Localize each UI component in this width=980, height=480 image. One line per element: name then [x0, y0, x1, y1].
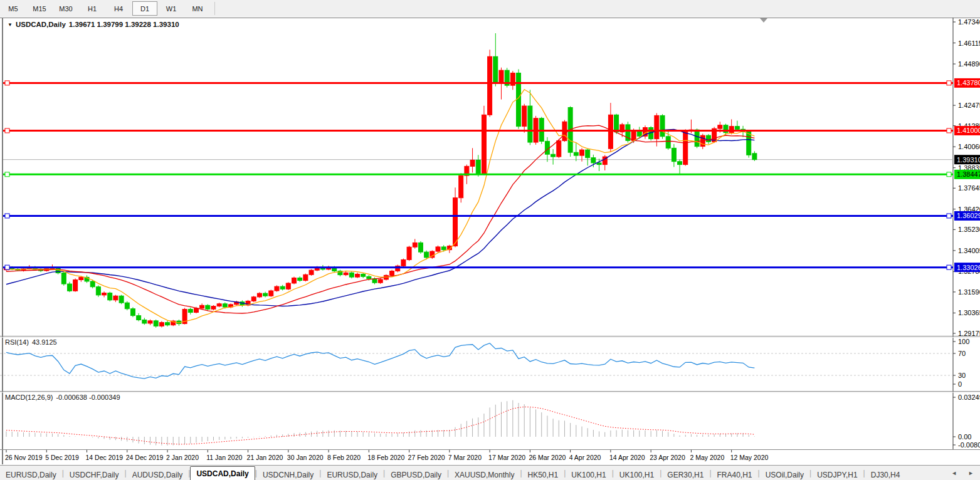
macd-values: -0.000638 -0.000349: [56, 394, 120, 401]
candle: [591, 158, 596, 163]
tab-hk50-h1[interactable]: HK50,H1: [522, 469, 564, 480]
tab-gbpusd-daily[interactable]: GBPUSD,Daily: [385, 469, 447, 480]
date-label: 21 Jan 2020: [247, 454, 283, 461]
candle: [637, 131, 641, 136]
tab-usdchf-daily[interactable]: USDCHF,Daily: [64, 469, 125, 480]
candle: [130, 309, 135, 316]
timeframe-button-h1[interactable]: H1: [80, 1, 105, 16]
candle: [470, 160, 475, 167]
candle: [482, 115, 486, 174]
hline-handle-icon[interactable]: [5, 265, 9, 269]
timeframe-button-m15[interactable]: M15: [27, 1, 52, 16]
macd-axis-label: -0.00808: [958, 441, 980, 449]
symbol-dropdown-icon[interactable]: ▼: [8, 22, 13, 28]
rsi-line: [6, 343, 754, 378]
date-label: 4 Apr 2020: [569, 454, 601, 461]
hline-axis-handle-icon[interactable]: [947, 172, 951, 177]
hline-axis-handle-icon[interactable]: [947, 81, 951, 85]
tab-audusd-daily[interactable]: AUDUSD,Daily: [127, 469, 189, 480]
hline-handle-icon[interactable]: [5, 172, 9, 177]
candle: [401, 259, 406, 266]
candle: [263, 293, 268, 296]
candle: [217, 304, 221, 306]
timeframe-button-d1[interactable]: D1: [132, 1, 157, 16]
candle: [378, 279, 382, 283]
candle: [372, 279, 377, 283]
date-label: 14 Dec 2019: [86, 454, 124, 461]
candle: [678, 162, 682, 165]
date-label: 26 Nov 2019: [5, 454, 43, 461]
price-axis-label: 1.37645: [958, 184, 980, 192]
candle: [418, 243, 423, 252]
timeframe-button-h4[interactable]: H4: [106, 1, 131, 16]
tab-eurusd-daily[interactable]: EURUSD,Daily: [0, 469, 62, 480]
tab-fra40-h1[interactable]: FRA40,H1: [712, 469, 758, 480]
hline-handle-icon[interactable]: [5, 128, 9, 133]
candle: [747, 132, 751, 155]
rsi-axis-label: 30: [958, 372, 966, 379]
candle: [298, 278, 302, 280]
candle: [522, 106, 527, 127]
candle: [90, 281, 95, 287]
candle: [303, 274, 308, 280]
price-axis-label: 1.31590: [958, 288, 980, 296]
candle: [614, 115, 619, 132]
timeframe-button-mn[interactable]: MN: [185, 1, 210, 16]
candle: [580, 150, 584, 155]
price-axis-label: 1.40060: [958, 143, 980, 150]
date-label: 17 Mar 2020: [488, 454, 525, 461]
candle: [56, 268, 60, 273]
candle: [67, 284, 71, 291]
candle: [119, 296, 124, 303]
candle: [125, 303, 129, 309]
candle: [660, 115, 665, 136]
hline-handle-icon[interactable]: [5, 214, 9, 218]
tab-ger30-h1[interactable]: GER30,H1: [661, 469, 709, 480]
date-label: 24 Dec 2019: [126, 454, 164, 461]
candle: [551, 154, 556, 157]
timeframe-button-w1[interactable]: W1: [159, 1, 184, 16]
date-label: 26 Mar 2020: [529, 454, 566, 461]
hline-axis-handle-icon[interactable]: [947, 128, 951, 133]
timeframe-button-m5[interactable]: M5: [1, 1, 26, 16]
candle: [206, 305, 210, 309]
candle: [718, 125, 722, 128]
candle: [476, 160, 480, 174]
tab-usdcad-daily[interactable]: USDCAD,Daily: [190, 466, 255, 480]
candle: [188, 310, 192, 313]
tab-usdjpy-h1[interactable]: USDJPY,H1: [811, 469, 863, 480]
candle: [631, 131, 636, 140]
candle: [453, 198, 458, 246]
rsi-axis-label: 100: [958, 338, 969, 345]
price-axis-label: 1.42475: [958, 102, 980, 109]
hline-axis-handle-icon[interactable]: [947, 214, 951, 218]
price-axis-label: 1.30365: [958, 309, 980, 316]
candle: [251, 297, 256, 301]
timeframe-button-m30[interactable]: M30: [53, 1, 78, 16]
candle: [113, 296, 118, 300]
candle: [735, 127, 739, 130]
hline-axis-handle-icon[interactable]: [947, 265, 951, 269]
tab-uk100-h1[interactable]: UK100,H1: [566, 469, 611, 480]
candle: [499, 70, 503, 83]
chart-area[interactable]: 1.473401.461151.448901.424751.412851.400…: [0, 17, 980, 465]
tab-usdcnh-daily[interactable]: USDCNH,Daily: [257, 469, 319, 480]
tab-dj30-h4[interactable]: DJ30,H4: [865, 469, 906, 480]
date-label: 30 Jan 2020: [287, 454, 324, 461]
tab-usoil-daily[interactable]: USOil,Daily: [760, 469, 809, 480]
candle: [367, 276, 371, 279]
tab-uk100-h1[interactable]: UK100,H1: [614, 469, 660, 480]
tab-eurusd-daily[interactable]: EURUSD,Daily: [321, 469, 383, 480]
date-label: 8 Feb 2020: [327, 454, 361, 461]
date-label: 7 Mar 2020: [448, 454, 482, 461]
price-level-badge-label: 1.41000: [957, 127, 980, 134]
candle: [436, 247, 440, 251]
candle: [390, 271, 394, 276]
candle: [269, 291, 273, 296]
tab-xauusd-monthly[interactable]: XAUUSD,Monthly: [449, 469, 520, 480]
candle: [154, 321, 158, 326]
hline-handle-icon[interactable]: [5, 81, 9, 85]
tabs-scroll-right-icon[interactable]: ►: [968, 470, 974, 476]
chart-left-border: [2, 18, 3, 464]
tabs-scroll-left-icon[interactable]: ◄: [951, 470, 957, 476]
